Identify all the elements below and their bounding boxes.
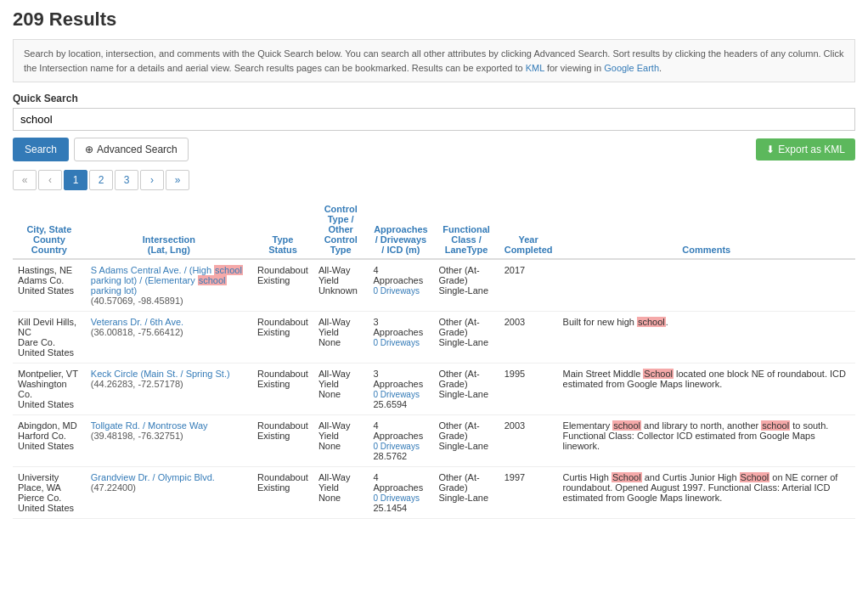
results-table: City, StateCountyCountry Intersection(La…	[13, 200, 855, 519]
next-page-button[interactable]: ›	[140, 170, 164, 190]
kml-link[interactable]: KML	[526, 63, 544, 73]
functional-cell: Other (At-Grade)Single-Lane	[433, 415, 499, 467]
table-row: Montpelier, VTWashington Co.United State…	[13, 363, 855, 415]
functional-cell: Other (At-Grade)Single-Lane	[433, 312, 499, 363]
type-cell: RoundaboutExisting	[252, 363, 313, 415]
approaches-cell: 3 Approaches0 Driveways25.6594	[368, 363, 433, 415]
intersection-link[interactable]: Tollgate Rd. / Montrose Way	[91, 420, 208, 431]
intersection-cell: Tollgate Rd. / Montrose Way (39.48198, -…	[86, 415, 252, 467]
intersection-link[interactable]: Veterans Dr. / 6th Ave.	[91, 317, 183, 327]
approaches-cell: 4 Approaches0 Driveways28.5762	[368, 415, 433, 467]
info-text: Search by location, intersection, and co…	[24, 48, 843, 73]
comments-cell: Main Street Middle School located one bl…	[558, 363, 855, 415]
approaches-cell: 3 Approaches0 Driveways	[368, 312, 433, 363]
export-label: Export as KML	[778, 144, 845, 155]
table-header-row: City, StateCountyCountry Intersection(La…	[13, 200, 855, 259]
control-cell: All-Way YieldNone	[313, 415, 369, 467]
coords: (40.57069, -98.45891)	[91, 296, 183, 306]
intersection-cell: Keck Circle (Main St. / Spring St.) (44.…	[86, 363, 252, 415]
page-3-button[interactable]: 3	[115, 170, 138, 190]
control-cell: All-Way YieldNone	[313, 312, 369, 363]
table-row: Hastings, NEAdams Co.United States S Ada…	[13, 259, 855, 312]
intersection-link[interactable]: S Adams Central Ave. / (High school park…	[91, 265, 243, 296]
intersection-cell: S Adams Central Ave. / (High school park…	[86, 259, 252, 312]
search-button[interactable]: Search	[13, 138, 69, 161]
advanced-search-label: Advanced Search	[97, 144, 178, 155]
year-cell: 1995	[499, 363, 558, 415]
table-row: University Place, WAPierce Co.United Sta…	[13, 467, 855, 519]
col-approaches[interactable]: Approaches/ Driveways/ ICD (m)	[368, 200, 433, 259]
control-cell: All-Way YieldNone	[313, 363, 369, 415]
quick-search-label: Quick Search	[13, 93, 855, 104]
coords: (39.48198, -76.32751)	[91, 431, 183, 441]
coords: (44.26283, -72.57178)	[91, 379, 183, 389]
prev-page-button[interactable]: ‹	[38, 170, 62, 190]
comments-cell: Curtis High School and Curtis Junior Hig…	[558, 467, 855, 519]
toolbar: Search ⊕ Advanced Search ⬇ Export as KML	[13, 138, 855, 161]
pagination: « ‹ 1 2 3 › »	[13, 170, 855, 190]
page-2-button[interactable]: 2	[89, 170, 113, 190]
google-earth-link[interactable]: Google Earth	[604, 63, 659, 73]
comments-cell	[558, 259, 855, 312]
functional-cell: Other (At-Grade)Single-Lane	[433, 363, 499, 415]
type-cell: RoundaboutExisting	[252, 312, 313, 363]
year-cell: 2003	[499, 312, 558, 363]
col-functional[interactable]: FunctionalClass /LaneType	[433, 200, 499, 259]
export-icon: ⬇	[766, 144, 775, 155]
intersection-link[interactable]: Keck Circle (Main St. / Spring St.)	[91, 369, 230, 379]
city-cell: Kill Devil Hills, NCDare Co.United State…	[13, 312, 86, 363]
col-comments[interactable]: Comments	[558, 200, 855, 259]
advanced-search-button[interactable]: ⊕ Advanced Search	[74, 138, 189, 161]
results-count: 209 Results	[13, 8, 855, 31]
city-cell: Abingdon, MDHarford Co.United States	[13, 415, 86, 467]
coords: (47.22400)	[91, 482, 136, 493]
type-cell: RoundaboutExisting	[252, 467, 313, 519]
table-row: Kill Devil Hills, NCDare Co.United State…	[13, 312, 855, 363]
col-year[interactable]: YearCompleted	[499, 200, 558, 259]
intersection-cell: Grandview Dr. / Olympic Blvd. (47.22400)	[86, 467, 252, 519]
city-cell: University Place, WAPierce Co.United Sta…	[13, 467, 86, 519]
comments-cell: Built for new high school.	[558, 312, 855, 363]
table-row: Abingdon, MDHarford Co.United States Tol…	[13, 415, 855, 467]
year-cell: 1997	[499, 467, 558, 519]
functional-cell: Other (At-Grade)Single-Lane	[433, 467, 499, 519]
col-control-type[interactable]: ControlType /OtherControlType	[313, 200, 369, 259]
type-cell: RoundaboutExisting	[252, 415, 313, 467]
year-cell: 2003	[499, 415, 558, 467]
info-box: Search by location, intersection, and co…	[13, 39, 855, 82]
quick-search-input[interactable]	[13, 108, 855, 131]
control-cell: All-Way YieldUnknown	[313, 259, 369, 312]
city-cell: Montpelier, VTWashington Co.United State…	[13, 363, 86, 415]
col-intersection[interactable]: Intersection(Lat, Lng)	[86, 200, 252, 259]
comments-cell: Elementary school and library to north, …	[558, 415, 855, 467]
coords: (36.00818, -75.66412)	[91, 327, 183, 337]
first-page-button[interactable]: «	[13, 170, 37, 190]
control-cell: All-Way YieldNone	[313, 467, 369, 519]
intersection-link[interactable]: Grandview Dr. / Olympic Blvd.	[91, 472, 215, 482]
toolbar-left: Search ⊕ Advanced Search	[13, 138, 189, 161]
last-page-button[interactable]: »	[166, 170, 189, 190]
export-area: ⬇ Export as KML	[756, 138, 855, 161]
approaches-cell: 4 Approaches0 Driveways25.1454	[368, 467, 433, 519]
export-button[interactable]: ⬇ Export as KML	[756, 138, 855, 161]
col-city[interactable]: City, StateCountyCountry	[13, 200, 86, 259]
plus-icon: ⊕	[85, 144, 93, 155]
page-1-button[interactable]: 1	[64, 170, 87, 190]
col-type[interactable]: TypeStatus	[252, 200, 313, 259]
city-cell: Hastings, NEAdams Co.United States	[13, 259, 86, 312]
intersection-cell: Veterans Dr. / 6th Ave. (36.00818, -75.6…	[86, 312, 252, 363]
type-cell: RoundaboutExisting	[252, 259, 313, 312]
functional-cell: Other (At-Grade)Single-Lane	[433, 259, 499, 312]
approaches-cell: 4 Approaches0 Driveways	[368, 259, 433, 312]
year-cell: 2017	[499, 259, 558, 312]
